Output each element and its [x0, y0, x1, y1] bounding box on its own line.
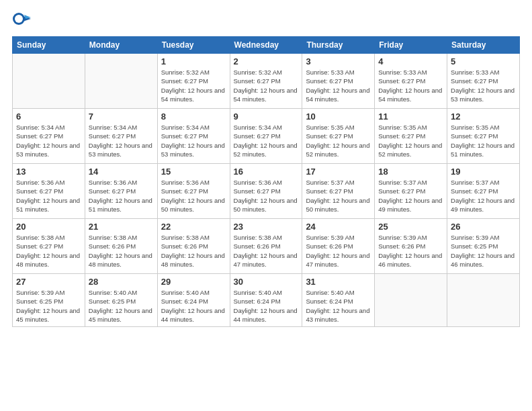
day-info: Sunrise: 5:36 AM Sunset: 6:27 PM Dayligh… [16, 178, 81, 214]
day-number: 16 [234, 167, 299, 177]
day-info: Sunrise: 5:38 AM Sunset: 6:27 PM Dayligh… [16, 233, 81, 269]
calendar-header-thursday: Thursday [302, 37, 375, 54]
calendar-cell: 31Sunrise: 5:40 AM Sunset: 6:24 PM Dayli… [302, 274, 375, 327]
calendar-cell: 18Sunrise: 5:37 AM Sunset: 6:27 PM Dayli… [375, 164, 447, 219]
calendar-cell [447, 274, 520, 327]
day-info: Sunrise: 5:40 AM Sunset: 6:25 PM Dayligh… [89, 288, 154, 324]
day-number: 15 [161, 167, 226, 177]
calendar-cell: 8Sunrise: 5:34 AM Sunset: 6:27 PM Daylig… [157, 109, 230, 164]
calendar-table: SundayMondayTuesdayWednesdayThursdayFrid… [12, 36, 520, 327]
calendar-cell: 26Sunrise: 5:39 AM Sunset: 6:25 PM Dayli… [447, 219, 520, 274]
calendar-cell: 6Sunrise: 5:34 AM Sunset: 6:27 PM Daylig… [13, 109, 85, 164]
day-number: 7 [89, 111, 154, 122]
day-number: 23 [234, 222, 299, 232]
day-number: 14 [89, 167, 154, 177]
day-info: Sunrise: 5:35 AM Sunset: 6:27 PM Dayligh… [451, 123, 516, 158]
day-info: Sunrise: 5:38 AM Sunset: 6:26 PM Dayligh… [234, 233, 299, 269]
day-info: Sunrise: 5:34 AM Sunset: 6:27 PM Dayligh… [16, 123, 81, 158]
calendar-week-4: 20Sunrise: 5:38 AM Sunset: 6:27 PM Dayli… [13, 219, 520, 274]
calendar-cell: 24Sunrise: 5:39 AM Sunset: 6:26 PM Dayli… [302, 219, 375, 274]
day-info: Sunrise: 5:40 AM Sunset: 6:24 PM Dayligh… [306, 288, 371, 324]
day-number: 12 [451, 111, 516, 122]
day-number: 17 [306, 167, 371, 177]
calendar-cell: 12Sunrise: 5:35 AM Sunset: 6:27 PM Dayli… [447, 109, 520, 164]
day-info: Sunrise: 5:34 AM Sunset: 6:27 PM Dayligh… [89, 123, 154, 158]
calendar-header-row: SundayMondayTuesdayWednesdayThursdayFrid… [13, 37, 520, 54]
day-number: 19 [451, 167, 516, 177]
day-info: Sunrise: 5:34 AM Sunset: 6:27 PM Dayligh… [234, 123, 299, 158]
day-number: 9 [234, 111, 299, 122]
day-number: 13 [16, 167, 81, 177]
calendar-cell: 20Sunrise: 5:38 AM Sunset: 6:27 PM Dayli… [13, 219, 85, 274]
calendar-header-wednesday: Wednesday [230, 37, 302, 54]
calendar-header-monday: Monday [85, 37, 157, 54]
header [12, 12, 520, 31]
day-info: Sunrise: 5:40 AM Sunset: 6:24 PM Dayligh… [234, 288, 299, 324]
day-number: 25 [378, 222, 443, 232]
day-number: 4 [378, 56, 443, 66]
calendar-cell: 2Sunrise: 5:32 AM Sunset: 6:27 PM Daylig… [230, 54, 302, 109]
calendar-cell: 15Sunrise: 5:36 AM Sunset: 6:27 PM Dayli… [157, 164, 230, 219]
calendar-cell: 19Sunrise: 5:37 AM Sunset: 6:27 PM Dayli… [447, 164, 520, 219]
day-info: Sunrise: 5:39 AM Sunset: 6:25 PM Dayligh… [16, 288, 81, 324]
day-number: 22 [161, 222, 226, 232]
day-number: 21 [89, 222, 154, 232]
calendar-cell: 16Sunrise: 5:36 AM Sunset: 6:27 PM Dayli… [230, 164, 302, 219]
day-info: Sunrise: 5:37 AM Sunset: 6:27 PM Dayligh… [378, 178, 443, 214]
logo-icon [12, 12, 31, 31]
calendar-header-friday: Friday [375, 37, 447, 54]
day-number: 2 [234, 56, 299, 66]
day-info: Sunrise: 5:33 AM Sunset: 6:27 PM Dayligh… [306, 68, 371, 103]
calendar-cell: 1Sunrise: 5:32 AM Sunset: 6:27 PM Daylig… [157, 54, 230, 109]
day-info: Sunrise: 5:39 AM Sunset: 6:26 PM Dayligh… [378, 233, 443, 269]
calendar-header-saturday: Saturday [447, 37, 520, 54]
calendar-cell: 30Sunrise: 5:40 AM Sunset: 6:24 PM Dayli… [230, 274, 302, 327]
day-number: 18 [378, 167, 443, 177]
day-number: 1 [161, 56, 226, 66]
calendar-cell: 29Sunrise: 5:40 AM Sunset: 6:24 PM Dayli… [157, 274, 230, 327]
calendar-cell [13, 54, 85, 109]
day-info: Sunrise: 5:35 AM Sunset: 6:27 PM Dayligh… [306, 123, 371, 158]
calendar-header-tuesday: Tuesday [157, 37, 230, 54]
day-number: 10 [306, 111, 371, 122]
calendar-cell: 21Sunrise: 5:38 AM Sunset: 6:26 PM Dayli… [85, 219, 157, 274]
calendar-cell: 7Sunrise: 5:34 AM Sunset: 6:27 PM Daylig… [85, 109, 157, 164]
day-info: Sunrise: 5:37 AM Sunset: 6:27 PM Dayligh… [306, 178, 371, 214]
calendar-cell: 13Sunrise: 5:36 AM Sunset: 6:27 PM Dayli… [13, 164, 85, 219]
day-info: Sunrise: 5:38 AM Sunset: 6:26 PM Dayligh… [89, 233, 154, 269]
calendar-cell [85, 54, 157, 109]
calendar-week-5: 27Sunrise: 5:39 AM Sunset: 6:25 PM Dayli… [13, 274, 520, 327]
day-info: Sunrise: 5:33 AM Sunset: 6:27 PM Dayligh… [378, 68, 443, 103]
day-number: 27 [16, 277, 81, 287]
day-info: Sunrise: 5:32 AM Sunset: 6:27 PM Dayligh… [234, 68, 299, 103]
calendar-header-sunday: Sunday [13, 37, 85, 54]
day-number: 5 [451, 56, 516, 66]
calendar-cell: 25Sunrise: 5:39 AM Sunset: 6:26 PM Dayli… [375, 219, 447, 274]
day-info: Sunrise: 5:32 AM Sunset: 6:27 PM Dayligh… [161, 68, 226, 103]
calendar-cell: 9Sunrise: 5:34 AM Sunset: 6:27 PM Daylig… [230, 109, 302, 164]
day-info: Sunrise: 5:39 AM Sunset: 6:26 PM Dayligh… [306, 233, 371, 269]
day-info: Sunrise: 5:40 AM Sunset: 6:24 PM Dayligh… [161, 288, 226, 324]
day-number: 28 [89, 277, 154, 287]
day-number: 3 [306, 56, 371, 66]
calendar-cell: 27Sunrise: 5:39 AM Sunset: 6:25 PM Dayli… [13, 274, 85, 327]
day-info: Sunrise: 5:38 AM Sunset: 6:26 PM Dayligh… [161, 233, 226, 269]
logo [12, 12, 34, 31]
day-number: 30 [234, 277, 299, 287]
day-number: 11 [378, 111, 443, 122]
day-info: Sunrise: 5:34 AM Sunset: 6:27 PM Dayligh… [161, 123, 226, 158]
day-info: Sunrise: 5:37 AM Sunset: 6:27 PM Dayligh… [451, 178, 516, 214]
day-info: Sunrise: 5:36 AM Sunset: 6:27 PM Dayligh… [161, 178, 226, 214]
day-number: 24 [306, 222, 371, 232]
day-number: 20 [16, 222, 81, 232]
calendar-cell: 14Sunrise: 5:36 AM Sunset: 6:27 PM Dayli… [85, 164, 157, 219]
calendar-cell [375, 274, 447, 327]
calendar-cell: 4Sunrise: 5:33 AM Sunset: 6:27 PM Daylig… [375, 54, 447, 109]
day-info: Sunrise: 5:36 AM Sunset: 6:27 PM Dayligh… [234, 178, 299, 214]
calendar-cell: 5Sunrise: 5:33 AM Sunset: 6:27 PM Daylig… [447, 54, 520, 109]
day-number: 31 [306, 277, 371, 287]
calendar-cell: 11Sunrise: 5:35 AM Sunset: 6:27 PM Dayli… [375, 109, 447, 164]
calendar-week-2: 6Sunrise: 5:34 AM Sunset: 6:27 PM Daylig… [13, 109, 520, 164]
day-info: Sunrise: 5:35 AM Sunset: 6:27 PM Dayligh… [378, 123, 443, 158]
calendar-cell: 23Sunrise: 5:38 AM Sunset: 6:26 PM Dayli… [230, 219, 302, 274]
